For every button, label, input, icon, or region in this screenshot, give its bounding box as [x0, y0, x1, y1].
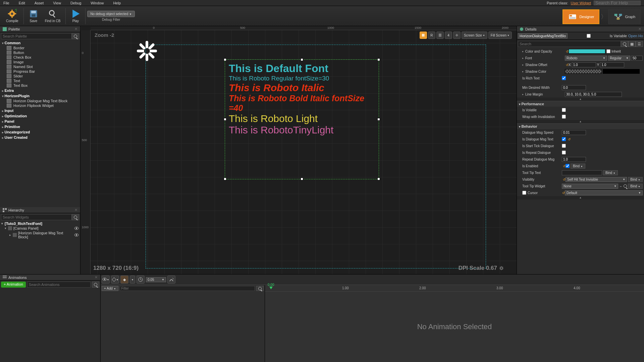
menu-edit[interactable]: Edit: [19, 1, 25, 5]
key-toggle[interactable]: ◆: [120, 276, 128, 284]
reset-cursor[interactable]: ↺: [562, 191, 565, 195]
tree-root[interactable]: ▾[Tuto3_RichTextFont]: [0, 221, 80, 226]
bind-enabled[interactable]: Bind ▼: [571, 164, 585, 169]
menu-file[interactable]: File: [3, 1, 9, 5]
screen-size-dropdown[interactable]: Screen Size ▼: [462, 32, 487, 39]
cat-common[interactable]: Common: [0, 40, 80, 46]
widget-border[interactable]: Border: [0, 46, 80, 50]
debug-object-dropdown[interactable]: No debug object selected ▼: [87, 11, 135, 17]
add-track-button[interactable]: + Add ▼: [102, 286, 118, 291]
shadow-x-input[interactable]: [572, 62, 596, 67]
cat-extra[interactable]: Extra: [0, 88, 80, 93]
collapse-bar-2[interactable]: ▲: [517, 120, 644, 123]
play-button[interactable]: Play: [67, 7, 84, 25]
menu-help[interactable]: Help: [113, 1, 121, 5]
palette-search-input[interactable]: [1, 33, 72, 39]
widget-textbox[interactable]: Text Box: [0, 83, 80, 88]
cat-panel[interactable]: Panel: [0, 119, 80, 124]
widget-name-field[interactable]: [518, 33, 568, 39]
reset-dlg-text[interactable]: ↺: [568, 137, 571, 141]
vp-4-btn[interactable]: 4: [445, 32, 452, 39]
palette-search-button[interactable]: [72, 33, 79, 39]
menu-debug[interactable]: Debug: [70, 1, 81, 5]
animations-tab[interactable]: Animations ✕: [0, 275, 100, 281]
visibility-icon[interactable]: [74, 227, 79, 230]
widget-checkbox[interactable]: Check Box: [0, 55, 80, 60]
reset-shadow-offset[interactable]: ↺: [566, 63, 569, 67]
cat-uncategorized[interactable]: Uncategorized: [0, 129, 80, 135]
font-style-dropdown[interactable]: Regular▼: [608, 56, 630, 61]
font-size-input[interactable]: [631, 56, 643, 61]
widget-horizon-flipbook[interactable]: Horizon Flipbook Widget: [0, 103, 80, 108]
min-desired-input[interactable]: [562, 85, 586, 90]
parent-class-link[interactable]: User Widget: [571, 1, 591, 5]
widget-progress-bar[interactable]: Progress Bar: [0, 69, 80, 74]
inherit-checkbox[interactable]: [606, 49, 610, 53]
anim-search-input[interactable]: [27, 282, 91, 288]
key-options[interactable]: ▼: [130, 276, 135, 284]
find-in-cb-button[interactable]: Find in CB: [42, 7, 64, 25]
cat-horizon[interactable]: HorizonPlugin: [0, 93, 80, 99]
compile-button[interactable]: ? Compile: [3, 7, 22, 25]
track-filter-input[interactable]: [120, 286, 255, 291]
expand-line-margin[interactable]: ▸: [522, 93, 525, 96]
is-enabled-checkbox[interactable]: [566, 164, 570, 168]
vp-layout-btn[interactable]: [420, 32, 427, 39]
menu-window[interactable]: Window: [91, 1, 104, 5]
details-search-input[interactable]: [518, 41, 621, 47]
shadow-color-swatch-2[interactable]: [603, 69, 640, 74]
expand-shadow-offset[interactable]: ▸: [522, 63, 525, 66]
bind-tooltip-widget[interactable]: Bind ▼: [628, 184, 643, 189]
is-dlg-text-checkbox[interactable]: [562, 137, 566, 141]
gear-icon[interactable]: [499, 266, 504, 270]
fill-screen-dropdown[interactable]: Fill Screen ▼: [488, 32, 512, 39]
details-tab[interactable]: Details ✕: [517, 26, 644, 32]
widget-horizon-dialogue[interactable]: Horizon Dialogue Msg Text Block: [0, 99, 80, 103]
widget-button[interactable]: Button: [0, 50, 80, 55]
add-animation-button[interactable]: + Animation: [1, 282, 26, 288]
cat-primitive[interactable]: Primitive: [0, 124, 80, 129]
designer-mode-button[interactable]: Designer: [562, 9, 599, 24]
vp-grid-btn[interactable]: [436, 32, 444, 39]
details-view-grid[interactable]: ▦: [628, 41, 636, 47]
widget-slider[interactable]: Slider: [0, 74, 80, 78]
color-opacity-swatch[interactable]: [569, 49, 605, 54]
cat-performance[interactable]: Performance: [517, 101, 644, 107]
help-search-input[interactable]: [594, 1, 641, 5]
is-repeat-checkbox[interactable]: [562, 150, 566, 155]
cat-optimization[interactable]: Optimization: [0, 113, 80, 119]
open-ho-link[interactable]: Open Ho: [628, 34, 643, 38]
palette-tab[interactable]: Palette ✕: [0, 26, 80, 32]
reset-color[interactable]: ↺: [566, 50, 569, 53]
bind-visibility[interactable]: Bind ▼: [628, 177, 643, 182]
is-rich-checkbox[interactable]: [562, 76, 566, 80]
widget-text[interactable]: Text: [0, 78, 80, 83]
hierarchy-search-button[interactable]: [72, 214, 79, 220]
anchor-gizmo-icon[interactable]: [137, 41, 157, 61]
expand-color[interactable]: ▸: [522, 50, 525, 53]
bind-tooltip[interactable]: Bind ▼: [603, 170, 618, 175]
cursor-dropdown[interactable]: Default▼: [565, 190, 643, 195]
is-volatile-checkbox[interactable]: [562, 108, 566, 112]
dlg-speed-input[interactable]: [562, 130, 586, 135]
start-tick-checkbox[interactable]: [562, 144, 566, 148]
design-viewport[interactable]: 0500100015002000 05001000 Zoom -2 R 4 Sc…: [80, 26, 517, 274]
hierarchy-tab[interactable]: Hierarchy ✕: [0, 207, 80, 213]
vp-pan-btn[interactable]: [453, 32, 461, 39]
visibility-dropdown[interactable]: Self Hit Test Invisible▼: [566, 177, 627, 182]
curve-toggle[interactable]: [167, 276, 175, 284]
timeline-ruler[interactable]: 0.00 1.00 2.00 3.00 4.00: [265, 285, 644, 292]
line-margin-input[interactable]: [565, 92, 622, 97]
snap-toggle[interactable]: ▼: [111, 276, 119, 284]
collapse-bar-3[interactable]: ▲: [517, 196, 644, 199]
save-button[interactable]: Save: [25, 7, 42, 25]
widget-image[interactable]: Image: [0, 60, 80, 64]
font-family-dropdown[interactable]: Roboto▼: [565, 56, 607, 61]
tooltip-text-input[interactable]: [562, 170, 602, 175]
collapse-bar-1[interactable]: ▲: [517, 98, 644, 101]
cat-input[interactable]: Input: [0, 108, 80, 113]
shadow-color-swatch[interactable]: [565, 69, 602, 74]
reset-enabled[interactable]: ↺: [563, 164, 566, 168]
expand-font[interactable]: ▸: [522, 57, 525, 60]
expand-shadow-color[interactable]: ▸: [522, 70, 525, 73]
